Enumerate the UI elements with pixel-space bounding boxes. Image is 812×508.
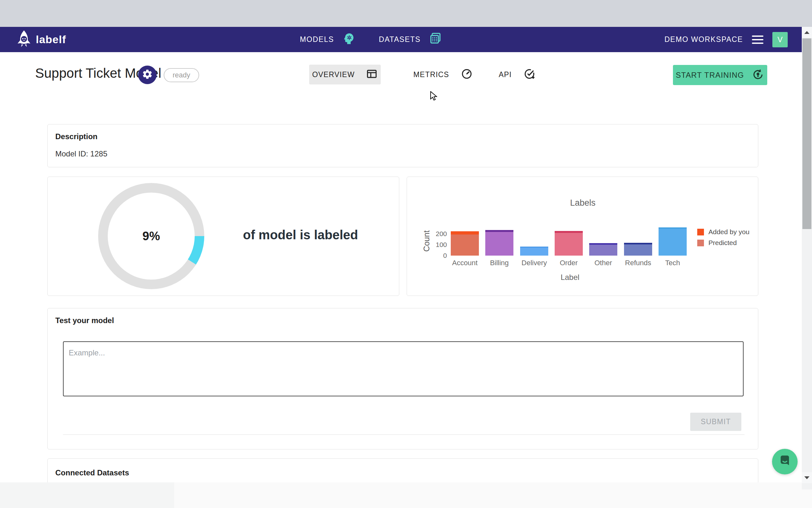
legend-row: Added by you [697, 228, 749, 236]
bar-billing [485, 230, 513, 256]
vertical-scrollbar[interactable] [802, 27, 812, 490]
submit-button[interactable]: SUBMIT [690, 413, 742, 431]
browser-top-strip [0, 0, 812, 27]
legend-swatch [697, 229, 704, 236]
x-tick-label: Account [447, 259, 482, 267]
brand-name: labelf [36, 33, 66, 46]
nav-models-label: MODELS [300, 35, 334, 44]
bar-order [555, 231, 583, 256]
divider [63, 434, 745, 435]
bar-cap-billing [485, 230, 513, 232]
labelf-mascot-icon [17, 30, 31, 49]
labels-chart-card: Labels Count 0100200 AccountBillingDeliv… [407, 177, 758, 296]
bar-cap-delivery [520, 247, 548, 247]
tab-overview-label: OVERVIEW [312, 70, 354, 79]
model-settings-button[interactable] [138, 66, 157, 84]
bar-tech [659, 227, 687, 256]
top-navbar: labelf MODELS [0, 27, 802, 52]
speed-icon [461, 68, 473, 81]
user-avatar[interactable]: V [772, 32, 788, 47]
bottom-left-block [0, 482, 174, 508]
scroll-down-arrow-icon [804, 476, 809, 479]
model-training-icon [752, 68, 764, 82]
chat-widget-button[interactable] [772, 449, 798, 474]
bottom-strip [0, 482, 812, 508]
tab-api-label: API [499, 70, 512, 79]
test-model-card: Test your model SUBMIT [47, 308, 758, 450]
x-tick-label: Other [586, 259, 621, 267]
bar-account [451, 231, 479, 256]
app-screen: labelf MODELS [0, 0, 812, 508]
legend-swatch [697, 240, 704, 246]
scroll-down-button[interactable] [802, 472, 812, 483]
task-add-icon [523, 68, 535, 81]
description-card-title: Description [55, 132, 750, 141]
test-card-title: Test your model [55, 316, 750, 325]
bar-cap-other [589, 243, 617, 245]
progress-caption: of model is labeled [224, 228, 377, 242]
scroll-up-button[interactable] [802, 27, 812, 38]
scrollbar-thumb[interactable] [802, 38, 811, 229]
legend-label: Added by you [708, 228, 749, 236]
x-tick-label: Billing [482, 259, 517, 267]
nav-datasets-label: DATASETS [379, 35, 421, 44]
progress-percent: 9% [98, 183, 204, 289]
gear-icon [142, 69, 153, 81]
x-tick-label: Tech [655, 259, 690, 267]
scroll-up-arrow-icon [804, 31, 809, 34]
start-training-button[interactable]: START TRAINING [673, 65, 767, 85]
workspace-menu-icon[interactable] [752, 36, 763, 44]
bar-cap-refunds [624, 243, 652, 244]
connected-datasets-title: Connected Datasets [55, 468, 750, 477]
bar-cap-order [555, 231, 583, 233]
psychology-icon [342, 32, 355, 47]
chat-bubble-icon [777, 454, 792, 470]
datasets-icon [429, 32, 442, 47]
legend-label: Predicted [708, 239, 737, 247]
tab-metrics[interactable]: METRICS [413, 65, 473, 84]
bar-cap-account [451, 231, 479, 235]
y-tick-label: 100 [425, 241, 447, 249]
description-card: Description Model ID: 1285 [47, 124, 758, 167]
nav-item-models[interactable]: MODELS [300, 27, 355, 52]
x-tick-label: Refunds [621, 259, 656, 267]
tab-metrics-label: METRICS [413, 70, 449, 79]
dashboard-icon [366, 68, 378, 81]
legend-row: Predicted [697, 239, 749, 247]
workspace-name: DEMO WORKSPACE [664, 35, 743, 44]
status-badge: ready [164, 68, 199, 82]
x-tick-label: Delivery [517, 259, 552, 267]
start-training-label: START TRAINING [676, 71, 744, 80]
nav-item-datasets[interactable]: DATASETS [379, 27, 442, 52]
bar-delivery [520, 247, 548, 256]
bar-other [589, 243, 617, 256]
bar-cap-tech [659, 227, 687, 228]
labelf-logo[interactable]: labelf [17, 30, 66, 49]
y-tick-label: 0 [425, 252, 447, 259]
y-tick-label: 200 [425, 230, 447, 238]
tab-overview[interactable]: OVERVIEW [309, 65, 381, 84]
chart-x-axis-label: Label [553, 273, 587, 282]
model-id-text: Model ID: 1285 [55, 150, 750, 158]
mouse-cursor [430, 91, 439, 102]
bar-refunds [624, 243, 652, 256]
chart-legend: Added by youPredicted [697, 228, 749, 247]
test-example-input[interactable] [63, 341, 744, 396]
chart-title: Labels [407, 198, 759, 208]
tab-api[interactable]: API [499, 65, 535, 84]
x-tick-label: Order [551, 259, 586, 267]
